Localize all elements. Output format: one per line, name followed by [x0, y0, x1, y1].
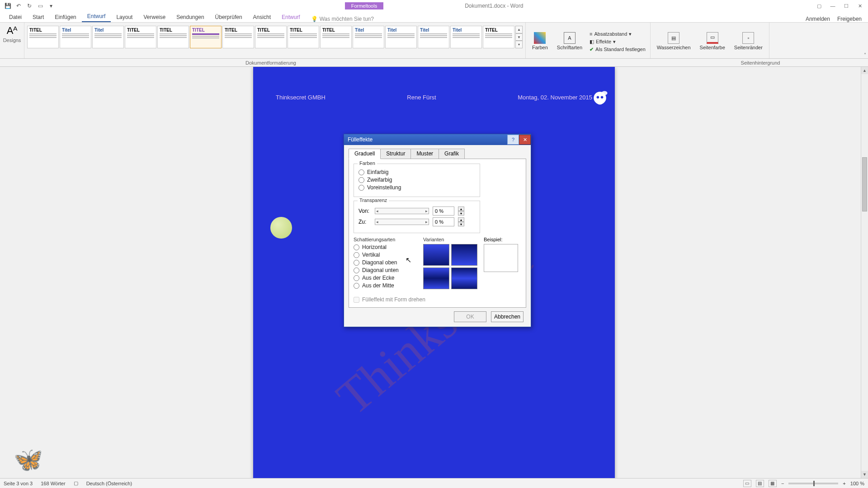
- tab-einfuegen[interactable]: Einfügen: [49, 12, 81, 22]
- tab-start[interactable]: Start: [27, 12, 49, 22]
- maximize-icon[interactable]: ☐: [840, 1, 853, 10]
- tab-datei[interactable]: Datei: [4, 12, 27, 22]
- radio-einfarbig[interactable]: Einfarbig: [359, 169, 475, 175]
- tab-sendungen[interactable]: Sendungen: [171, 12, 209, 22]
- style-swatch[interactable]: Titel: [418, 26, 449, 48]
- proofing-icon[interactable]: ▢: [74, 480, 78, 486]
- rotate-with-shape-checkbox[interactable]: Fülleffekt mit Form drehen: [354, 296, 521, 303]
- ribbon: Aᴬ Designs TITEL Titel Titel TITEL TITEL…: [0, 23, 868, 59]
- collapse-ribbon-icon[interactable]: ˄: [864, 52, 866, 57]
- radio-diagonal-oben[interactable]: Diagonal oben: [354, 259, 417, 266]
- style-swatch[interactable]: TITEL: [288, 26, 319, 48]
- designs-button[interactable]: Aᴬ Designs: [0, 24, 24, 44]
- share-button[interactable]: Freigeben: [837, 16, 862, 22]
- touch-mode-icon[interactable]: ▭: [36, 2, 44, 10]
- watermark-button[interactable]: ▤ Wasserzeichen: [653, 31, 694, 51]
- tab-muster[interactable]: Muster: [410, 149, 439, 159]
- from-slider[interactable]: ◂▸: [375, 208, 429, 214]
- tab-struktur[interactable]: Struktur: [380, 149, 411, 159]
- close-icon[interactable]: ✕: [854, 1, 866, 10]
- style-swatch[interactable]: TITEL: [222, 26, 254, 48]
- zoom-slider-thumb[interactable]: [813, 481, 815, 486]
- radio-aus-der-mitte[interactable]: Aus der Mitte: [354, 282, 417, 289]
- tab-ansicht[interactable]: Ansicht: [248, 12, 276, 22]
- style-swatch[interactable]: Titel: [450, 26, 482, 48]
- ok-button[interactable]: OK: [454, 311, 486, 322]
- minimize-icon[interactable]: —: [826, 1, 839, 10]
- ribbon-display-options-icon[interactable]: ▢: [813, 1, 826, 10]
- spin-up-icon[interactable]: ▲: [458, 206, 464, 211]
- tab-grafik[interactable]: Grafik: [439, 149, 465, 159]
- style-swatch[interactable]: TITEL: [255, 26, 287, 48]
- page-color-button[interactable]: ▭ Seitenfarbe: [696, 31, 729, 51]
- redo-icon[interactable]: ↻: [25, 2, 33, 10]
- fonts-button[interactable]: A Schriftarten: [553, 31, 586, 51]
- style-set-gallery[interactable]: TITEL Titel Titel TITEL TITEL TITEL TITE…: [27, 24, 523, 48]
- set-as-default-button[interactable]: ✔Als Standard festlegen: [588, 46, 647, 53]
- zoom-out-icon[interactable]: −: [781, 481, 784, 486]
- tab-formeltools-entwurf[interactable]: Entwurf: [276, 12, 306, 22]
- style-swatch[interactable]: TITEL: [320, 26, 352, 48]
- dialog-help-icon[interactable]: ?: [507, 135, 519, 145]
- spin-up-icon[interactable]: ▲: [458, 217, 464, 222]
- gallery-down-icon[interactable]: ▼: [515, 33, 523, 41]
- scroll-down-icon[interactable]: ▼: [861, 471, 868, 478]
- colors-button[interactable]: Farben: [528, 31, 552, 51]
- radio-vertikal[interactable]: Vertikal: [354, 252, 417, 258]
- style-swatch[interactable]: Titel: [353, 26, 384, 48]
- tell-me-search[interactable]: 💡 Was möchten Sie tun?: [311, 16, 374, 22]
- variant-2[interactable]: [451, 244, 477, 266]
- status-word-count[interactable]: 168 Wörter: [41, 481, 65, 486]
- qat-more-icon[interactable]: ▾: [47, 2, 55, 10]
- page-borders-label: Seitenränder: [734, 45, 763, 50]
- to-value-input[interactable]: [433, 217, 454, 226]
- vertical-scrollbar[interactable]: ▲ ▼: [861, 67, 868, 478]
- variant-4[interactable]: [451, 267, 477, 289]
- save-icon[interactable]: 💾: [4, 2, 12, 10]
- gallery-more-icon[interactable]: ▾: [515, 41, 523, 48]
- style-swatch[interactable]: Titel: [385, 26, 417, 48]
- scroll-thumb[interactable]: [862, 157, 867, 211]
- radio-aus-der-ecke[interactable]: Aus der Ecke: [354, 275, 417, 281]
- undo-icon[interactable]: ↶: [14, 2, 23, 10]
- spin-down-icon[interactable]: ▼: [458, 222, 464, 226]
- style-swatch[interactable]: Titel: [60, 26, 91, 48]
- zoom-slider[interactable]: [788, 483, 838, 484]
- cancel-button[interactable]: Abbrechen: [491, 311, 524, 322]
- style-swatch[interactable]: Titel: [92, 26, 124, 48]
- scroll-up-icon[interactable]: ▲: [861, 67, 868, 74]
- paragraph-spacing-button[interactable]: ≡Absatzabstand▾: [588, 31, 647, 38]
- spin-down-icon[interactable]: ▼: [458, 211, 464, 216]
- page-borders-button[interactable]: ▫ Seitenränder: [731, 31, 766, 51]
- dialog-titlebar[interactable]: Fülleffekte ? ✕: [344, 134, 531, 145]
- zoom-value[interactable]: 100 %: [850, 481, 864, 486]
- tab-ueberpruefen[interactable]: Überprüfen: [210, 12, 248, 22]
- gallery-up-icon[interactable]: ▲: [515, 26, 523, 33]
- style-swatch-selected[interactable]: TITEL: [190, 26, 222, 48]
- web-layout-icon[interactable]: ▦: [769, 480, 777, 487]
- style-swatch[interactable]: TITEL: [157, 26, 189, 48]
- radio-diagonal-unten[interactable]: Diagonal unten: [354, 267, 417, 273]
- style-swatch[interactable]: TITEL: [27, 26, 59, 48]
- style-swatch[interactable]: TITEL: [483, 26, 514, 48]
- from-value-input[interactable]: [433, 206, 454, 216]
- effects-button[interactable]: ◧Effekte▾: [588, 38, 647, 45]
- dialog-close-icon[interactable]: ✕: [519, 135, 531, 145]
- tab-graduell[interactable]: Graduell: [349, 149, 381, 159]
- status-language[interactable]: Deutsch (Österreich): [86, 481, 132, 486]
- tab-entwurf[interactable]: Entwurf: [82, 11, 111, 22]
- variant-1[interactable]: [423, 244, 449, 266]
- radio-voreinstellung[interactable]: Voreinstellung: [359, 184, 475, 191]
- radio-horizontal[interactable]: Horizontal: [354, 244, 417, 250]
- tab-layout[interactable]: Layout: [111, 12, 138, 22]
- tab-verweise[interactable]: Verweise: [138, 12, 171, 22]
- zoom-in-icon[interactable]: +: [843, 481, 845, 486]
- style-swatch[interactable]: TITEL: [125, 26, 156, 48]
- status-page[interactable]: Seite 3 von 3: [4, 481, 33, 486]
- variant-3[interactable]: [423, 267, 449, 289]
- read-mode-icon[interactable]: ▭: [743, 480, 751, 487]
- radio-zweifarbig[interactable]: Zweifarbig: [359, 177, 475, 183]
- signin-link[interactable]: Anmelden: [806, 16, 830, 22]
- to-slider[interactable]: ◂▸: [375, 219, 429, 225]
- print-layout-icon[interactable]: ▤: [756, 480, 764, 487]
